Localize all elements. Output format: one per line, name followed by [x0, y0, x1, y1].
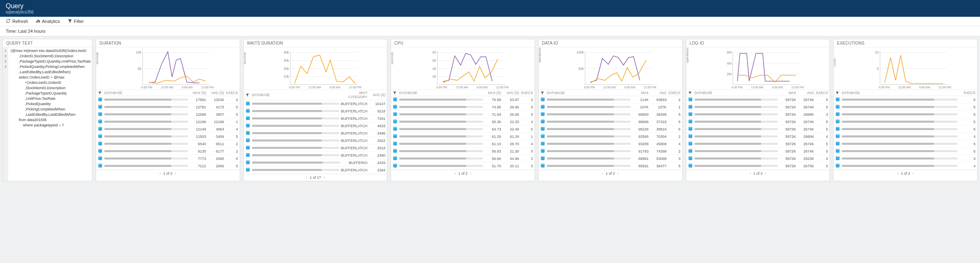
col-3[interactable]: EXECS — [668, 91, 681, 95]
funnel-icon[interactable] — [540, 91, 545, 95]
col-1[interactable]: MAX (S) — [190, 91, 206, 95]
table-row[interactable]: 1256838075 — [96, 111, 240, 118]
table-row[interactable]: 91793743982 — [539, 148, 682, 155]
table-row[interactable]: BUFFERLATCH4833 — [244, 122, 387, 130]
table-row[interactable]: 5 — [834, 103, 977, 111]
table-row[interactable]: 777329955 — [96, 155, 240, 162]
table-row[interactable]: 5872K2675K5 — [686, 162, 830, 170]
table-row[interactable]: 5872K2674K5 — [686, 140, 830, 148]
chevron-left-icon[interactable]: ‹ — [750, 171, 751, 175]
col-3[interactable]: EXECS — [521, 91, 533, 95]
table-row[interactable]: 5872K2674K5 — [686, 126, 830, 133]
table-row[interactable]: 89891530983 — [539, 155, 682, 162]
table-row[interactable]: BUFFERLATCH9218 — [244, 108, 387, 115]
table-row[interactable]: 98226388165 — [539, 126, 682, 133]
table-row[interactable]: BUFFERLATCH2922 — [244, 137, 387, 144]
table-row[interactable]: 114K836532 — [539, 96, 682, 103]
table-row[interactable]: 721229065 — [96, 162, 240, 170]
table-row[interactable]: 5872K2980K4 — [686, 133, 830, 140]
col-database[interactable]: DATABASE — [399, 91, 483, 95]
col-1[interactable]: MAX — [632, 91, 649, 95]
refresh-button[interactable]: Refresh — [6, 18, 28, 24]
table-row[interactable]: 99800384995 — [539, 111, 682, 118]
time-range-bar[interactable]: Time: Last 24 hours — [0, 26, 980, 36]
table-row[interactable]: 51.7020.115 — [391, 162, 535, 170]
col-3[interactable]: EXECS — [816, 91, 828, 95]
table-row[interactable]: BUFFERIO2429 — [244, 159, 387, 166]
col-1[interactable]: WAIT CATEGORY — [342, 91, 367, 99]
funnel-icon[interactable] — [835, 91, 840, 95]
table-row[interactable]: BUFFERLATCH2518 — [244, 144, 387, 152]
chevron-right-icon[interactable]: › — [470, 171, 471, 175]
table-row[interactable]: BUFFERLATCH7291 — [244, 115, 387, 122]
table-row[interactable]: 76.5853.872 — [391, 96, 535, 103]
col-1[interactable]: MAX (S) — [485, 91, 501, 95]
table-row[interactable]: 93288458084 — [539, 140, 682, 148]
table-row[interactable]: 5872K2998K3 — [686, 111, 830, 118]
table-row[interactable]: 5 — [834, 140, 977, 148]
table-row[interactable]: 3 — [834, 155, 977, 162]
chevron-right-icon[interactable]: › — [765, 171, 766, 175]
analytics-button[interactable]: Analytics — [36, 18, 60, 24]
table-row[interactable]: 4 — [834, 133, 977, 140]
table-row[interactable]: 1278141735 — [96, 103, 240, 111]
filter-button[interactable]: Filter — [67, 18, 84, 24]
col-database[interactable]: DATABASE — [695, 91, 778, 95]
table-row[interactable]: 107K107K1 — [539, 103, 682, 111]
table-row[interactable]: 5 — [834, 148, 977, 155]
table-row[interactable]: 74.8526.905 — [391, 103, 535, 111]
table-row[interactable]: 4 — [834, 162, 977, 170]
col-2[interactable]: AVG — [650, 91, 667, 95]
chevron-left-icon[interactable]: ‹ — [897, 171, 898, 175]
chevron-left-icon[interactable]: ‹ — [454, 171, 456, 175]
table-row[interactable]: 813561772 — [96, 148, 240, 155]
col-1[interactable]: EXECS — [959, 91, 976, 95]
table-row[interactable]: 56.6644.962 — [391, 155, 535, 162]
table-row[interactable]: BUFFERLATCH3496 — [244, 130, 387, 137]
table-row[interactable]: 5 — [834, 118, 977, 126]
col-database[interactable]: DATABASE — [842, 91, 958, 95]
col-2[interactable]: AVG (S) — [503, 91, 519, 95]
table-row[interactable]: 65.3622.334 — [391, 118, 535, 126]
table-row[interactable]: 5872K2674K5 — [686, 118, 830, 126]
chevron-right-icon[interactable]: › — [175, 171, 176, 175]
col-2[interactable]: AVG — [798, 91, 814, 95]
chevron-left-icon[interactable]: ‹ — [602, 171, 603, 175]
table-row[interactable]: 954095112 — [96, 140, 240, 148]
table-row[interactable]: 17881132402 — [96, 96, 240, 103]
table-row[interactable]: 61.2961.291 — [391, 133, 535, 140]
col-2[interactable]: AVG (S) — [369, 93, 385, 97]
table-row[interactable]: 64.7322.495 — [391, 126, 535, 133]
table-row[interactable]: 5 — [834, 126, 977, 133]
funnel-icon[interactable] — [393, 91, 398, 95]
table-row[interactable]: 12196121961 — [96, 118, 240, 126]
funnel-icon[interactable] — [688, 91, 693, 95]
code-editor[interactable]: 1234 (@max int)insert into data201835(Or… — [3, 47, 92, 181]
table-row[interactable]: 71.9425.665 — [391, 111, 535, 118]
table-row[interactable]: 5872K2674K5 — [686, 103, 830, 111]
col-1[interactable]: MAX — [780, 91, 796, 95]
table-row[interactable]: 1150334095 — [96, 133, 240, 140]
table-row[interactable]: 5 — [834, 111, 977, 118]
col-database[interactable]: DATABASE — [252, 93, 341, 97]
chevron-right-icon[interactable]: › — [324, 175, 325, 180]
table-row[interactable]: 61.1028.704 — [391, 140, 535, 148]
funnel-icon[interactable] — [98, 91, 103, 95]
col-database[interactable]: DATABASE — [104, 91, 188, 95]
table-row[interactable]: 56.8321.305 — [391, 148, 535, 155]
table-row[interactable]: 5872K2674K5 — [686, 96, 830, 103]
chevron-right-icon[interactable]: › — [913, 171, 914, 175]
table-row[interactable]: 5872K2674K5 — [686, 148, 830, 155]
table-row[interactable]: 98906373155 — [539, 118, 682, 126]
table-row[interactable]: BUFFERLATCH10147 — [244, 100, 387, 108]
chevron-left-icon[interactable]: ‹ — [306, 175, 307, 180]
chevron-right-icon[interactable]: › — [618, 171, 619, 175]
funnel-icon[interactable] — [245, 93, 250, 97]
col-3[interactable]: EXECS — [226, 91, 238, 95]
table-row[interactable]: 93595703042 — [539, 133, 682, 140]
table-row[interactable]: 5872K2823K4 — [686, 155, 830, 162]
table-row[interactable]: 85691364775 — [539, 162, 682, 170]
chevron-left-icon[interactable]: ‹ — [160, 171, 161, 175]
table-row[interactable]: BUFFERLATCH2394 — [244, 166, 387, 174]
table-row[interactable]: 1214949634 — [96, 126, 240, 133]
